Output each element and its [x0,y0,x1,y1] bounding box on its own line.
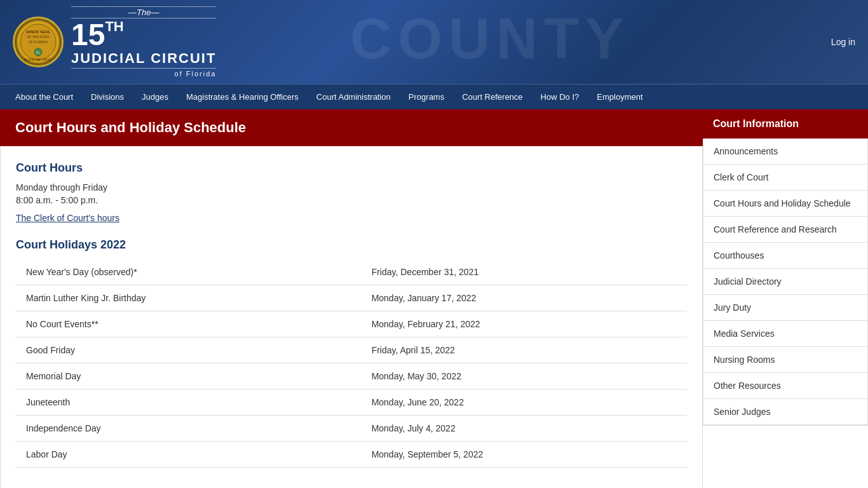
sidebar-navigation: AnnouncementsClerk of CourtCourt Hours a… [703,139,868,426]
sidebar-item-clerk-of-court[interactable]: Clerk of Court [703,165,867,191]
holiday-name: Juneteenth [16,390,362,416]
sidebar-item-court-hours-and-holiday-schedule[interactable]: Court Hours and Holiday Schedule [703,191,867,217]
nav-item-magistrates--hearing-officers[interactable]: Magistrates & Hearing Officers [177,85,308,109]
holidays-table: New Year's Day (observed)*Friday, Decemb… [16,259,687,468]
nav-item-how-do-i[interactable]: How Do I? [532,85,588,109]
site-header: COUNTY GREAT SEAL OF THE STATE OF FLORID… [0,0,868,109]
table-row: No Court Events**Monday, February 21, 20… [16,311,687,337]
sidebar-item-announcements[interactable]: Announcements [703,139,867,165]
nav-item-employment[interactable]: Employment [588,85,651,109]
page-title: Court Hours and Holiday Schedule [15,119,688,136]
sidebar-item-other-resources[interactable]: Other Resources [703,373,867,399]
sidebar-item-nursing-rooms[interactable]: Nursing Rooms [703,347,867,373]
nav-item-divisions[interactable]: Divisions [82,85,133,109]
table-row: New Year's Day (observed)*Friday, Decemb… [16,259,687,285]
seal-logo: GREAT SEAL OF THE STATE OF FLORIDA FL IN… [13,17,64,67]
the-label: —The— [71,6,216,18]
page-container: Court Hours and Holiday Schedule Court H… [0,109,868,488]
sidebar-item-media-services[interactable]: Media Services [703,321,867,347]
svg-text:OF THE STATE: OF THE STATE [27,35,50,39]
sidebar-item-jury-duty[interactable]: Jury Duty [703,295,867,321]
content-body: Court Hours Monday through Friday 8:00 a… [0,146,703,488]
sidebar-item-courthouses[interactable]: Courthouses [703,243,867,269]
holiday-date: Monday, January 17, 2022 [362,285,687,311]
holiday-name: Martin Luther King Jr. Birthday [16,285,362,311]
sidebar-item-court-reference-and-research[interactable]: Court Reference and Research [703,217,867,243]
sidebar-title: Court Information [713,118,858,130]
holiday-date: Monday, September 5, 2022 [362,442,687,468]
svg-text:FL: FL [36,51,40,55]
holidays-section: Court Holidays 2022 New Year's Day (obse… [16,238,687,468]
sidebar-item-senior-judges[interactable]: Senior Judges [703,399,867,425]
holiday-date: Monday, May 30, 2022 [362,363,687,390]
holiday-date: Monday, July 4, 2022 [362,416,687,442]
main-navigation: About the CourtDivisionsJudgesMagistrate… [0,84,868,109]
table-row: Independence DayMonday, July 4, 2022 [16,416,687,442]
svg-text:IN GOD WE TRUST: IN GOD WE TRUST [24,58,52,62]
holiday-name: New Year's Day (observed)* [16,259,362,285]
nav-item-judges[interactable]: Judges [133,85,177,109]
table-row: Good FridayFriday, April 15, 2022 [16,337,687,363]
table-row: Labor DayMonday, September 5, 2022 [16,442,687,468]
court-hours-section: Court Hours Monday through Friday 8:00 a… [16,161,687,223]
table-row: Memorial DayMonday, May 30, 2022 [16,363,687,390]
hours-weekdays: Monday through Friday [16,182,687,193]
holiday-name: No Court Events** [16,311,362,337]
svg-text:OF FLORIDA: OF FLORIDA [29,40,48,44]
clerk-hours-link[interactable]: The Clerk of Court's hours [16,213,119,223]
holiday-date: Monday, February 21, 2022 [362,311,687,337]
hours-time: 8:00 a.m. - 5:00 p.m. [16,195,687,205]
sidebar: Court Information AnnouncementsClerk of … [703,109,868,488]
nav-item-programs[interactable]: Programs [400,85,453,109]
nav-item-court-reference[interactable]: Court Reference [453,85,531,109]
holidays-title: Court Holidays 2022 [16,238,687,252]
content-header-bar: Court Hours and Holiday Schedule [0,109,703,146]
holiday-date: Friday, December 31, 2021 [362,259,687,285]
holiday-name: Labor Day [16,442,362,468]
site-title: —The— 15TH Judicial Circuit of Florida [71,6,216,78]
nav-item-about-the-court[interactable]: About the Court [6,85,82,109]
svg-text:GREAT SEAL: GREAT SEAL [26,30,51,34]
circuit-sup: TH [105,20,123,34]
table-row: Martin Luther King Jr. BirthdayMonday, J… [16,285,687,311]
nav-item-court-administration[interactable]: Court Administration [308,85,400,109]
sidebar-header: Court Information [703,109,868,139]
holiday-name: Memorial Day [16,363,362,390]
holiday-name: Good Friday [16,337,362,363]
sidebar-item-judicial-directory[interactable]: Judicial Directory [703,269,867,295]
login-link[interactable]: Log in [831,37,855,47]
holiday-date: Friday, April 15, 2022 [362,337,687,363]
of-florida-label: of Florida [71,68,216,78]
court-hours-title: Court Hours [16,161,687,175]
judicial-circuit-label: Judicial Circuit [71,50,216,67]
circuit-number: 15 [71,20,105,50]
holiday-date: Monday, June 20, 2022 [362,390,687,416]
logo-area: GREAT SEAL OF THE STATE OF FLORIDA FL IN… [13,6,216,78]
holiday-name: Independence Day [16,416,362,442]
table-row: JuneteenthMonday, June 20, 2022 [16,390,687,416]
main-content-area: Court Hours and Holiday Schedule Court H… [0,109,703,488]
